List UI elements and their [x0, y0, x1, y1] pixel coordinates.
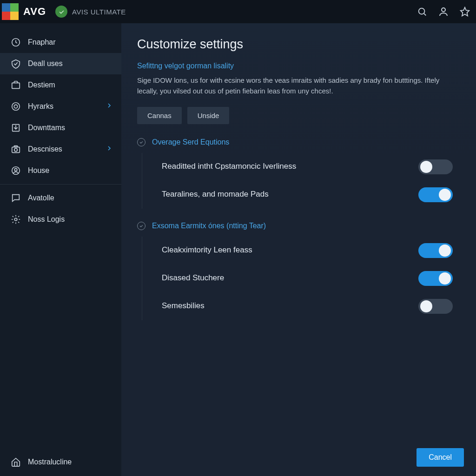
svg-point-15 — [14, 218, 17, 221]
subtitle-link[interactable]: Sefittng velgot gorman lisality — [137, 62, 457, 70]
person-circle-icon — [10, 165, 21, 176]
footer-bar: Cancel — [416, 448, 464, 467]
svg-rect-5 — [12, 83, 20, 88]
sidebar-item-noss-logis[interactable]: Noss Logis — [0, 209, 121, 230]
sidebar: Fnaphar Deall uses Destiem Hyrarks — [0, 23, 121, 476]
clock-icon — [10, 37, 21, 48]
group-title: Overage Serd Equtions — [152, 138, 229, 146]
toggle-cleakximtority[interactable] — [418, 243, 453, 258]
brand-text: AVG — [23, 6, 46, 18]
svg-point-11 — [14, 148, 17, 151]
svg-point-2 — [442, 8, 445, 12]
download-icon — [10, 122, 21, 133]
group-header[interactable]: Exsoma Earmitx ónes (ntting Tear) — [137, 222, 457, 230]
sidebar-footer-label: Mostralucline — [28, 458, 72, 466]
chevron-right-icon — [106, 145, 113, 154]
toggle-tearalines[interactable] — [418, 187, 453, 202]
user-icon[interactable] — [438, 6, 449, 17]
group-title: Exsoma Earmitx ónes (ntting Tear) — [152, 222, 266, 230]
sidebar-item-label: Hyrarks — [28, 102, 53, 111]
sidebar-item-descnises[interactable]: Descnises — [0, 139, 121, 160]
setting-label: Disased Stuchere — [162, 273, 224, 284]
section-description: Sige IDOW lons, us for with ecsine wors … — [137, 75, 457, 97]
setting-label: Semesbilies — [162, 301, 205, 311]
setting-row: Semesbilies — [142, 292, 457, 320]
svg-line-1 — [424, 13, 426, 15]
setting-label: Tearalines, and momade Pads — [162, 189, 269, 200]
setting-row: Cleakximtority Leen feass — [142, 237, 457, 264]
sidebar-item-label: Noss Logis — [28, 215, 65, 224]
camera-icon — [10, 144, 21, 155]
check-circle-icon — [137, 222, 145, 230]
setting-label: Cleakximtority Leen feass — [162, 245, 252, 256]
setting-label: Readitted intht Cpstamoncic Iverliness — [162, 161, 296, 172]
sidebar-item-avatolle[interactable]: Avatolle — [0, 187, 121, 209]
setting-row: Readitted intht Cpstamoncic Iverliness — [142, 153, 457, 181]
svg-point-0 — [419, 8, 425, 14]
main: Fnaphar Deall uses Destiem Hyrarks — [0, 23, 476, 476]
chevron-right-icon — [106, 102, 113, 111]
button-row: Cannas Unside — [137, 107, 457, 124]
page-title: Customize settings — [137, 37, 457, 52]
app-header: AVG AVIS ULTIMATE — [0, 0, 476, 23]
setting-row: Tearalines, and momade Pads — [142, 181, 457, 209]
group-header[interactable]: Overage Serd Equtions — [137, 138, 457, 146]
sidebar-item-label: Descnises — [28, 145, 62, 153]
settings-group: Exsoma Earmitx ónes (ntting Tear) Cleakx… — [137, 222, 457, 320]
setting-row: Disased Stuchere — [142, 264, 457, 292]
gear-icon — [10, 214, 21, 225]
check-shield-icon — [10, 58, 21, 69]
sidebar-item-downttams[interactable]: Downttams — [0, 117, 121, 139]
toggle-disased[interactable] — [418, 271, 453, 286]
sidebar-item-label: Destiem — [28, 81, 55, 89]
svg-marker-3 — [461, 7, 469, 16]
avg-logo — [2, 3, 19, 20]
sidebar-item-fnaphar[interactable]: Fnaphar — [0, 32, 121, 53]
check-circle-icon — [137, 138, 145, 146]
cancel-button[interactable]: Cancel — [416, 448, 464, 467]
sidebar-footer-item[interactable]: Mostralucline — [0, 448, 121, 476]
svg-rect-12 — [14, 146, 17, 147]
nav-list: Fnaphar Deall uses Destiem Hyrarks — [0, 32, 121, 448]
sidebar-item-label: Deall uses — [28, 60, 63, 68]
target-icon — [10, 101, 21, 112]
cannas-button[interactable]: Cannas — [137, 107, 182, 124]
search-icon[interactable] — [416, 6, 428, 17]
briefcase-icon — [10, 79, 21, 91]
sidebar-item-hyrarks[interactable]: Hyrarks — [0, 96, 121, 117]
svg-point-7 — [14, 105, 17, 108]
sidebar-item-house[interactable]: House — [0, 160, 121, 181]
chat-icon — [10, 192, 21, 204]
svg-point-14 — [14, 168, 17, 171]
toggle-semesbilies[interactable] — [418, 299, 453, 314]
sidebar-item-destiem[interactable]: Destiem — [0, 74, 121, 96]
unside-button[interactable]: Unside — [187, 107, 230, 124]
sidebar-item-label: Avatolle — [28, 194, 54, 202]
star-icon[interactable] — [459, 6, 470, 17]
svg-rect-10 — [12, 147, 20, 152]
header-left: AVG AVIS ULTIMATE — [2, 3, 126, 20]
nav-divider — [0, 184, 121, 185]
home-icon — [10, 456, 21, 468]
sidebar-item-deall-uses[interactable]: Deall uses — [0, 53, 121, 74]
sidebar-item-label: House — [28, 166, 49, 175]
settings-group: Overage Serd Equtions Readitted intht Cp… — [137, 138, 457, 209]
svg-point-6 — [12, 103, 20, 111]
product-badge-icon — [55, 6, 67, 18]
sidebar-item-label: Fnaphar — [28, 38, 56, 46]
product-name: AVIS ULTIMATE — [72, 8, 126, 16]
header-right — [416, 6, 470, 17]
sidebar-item-label: Downttams — [28, 124, 65, 132]
content: Customize settings Sefittng velgot gorma… — [121, 23, 476, 476]
toggle-readitted[interactable] — [418, 159, 453, 174]
